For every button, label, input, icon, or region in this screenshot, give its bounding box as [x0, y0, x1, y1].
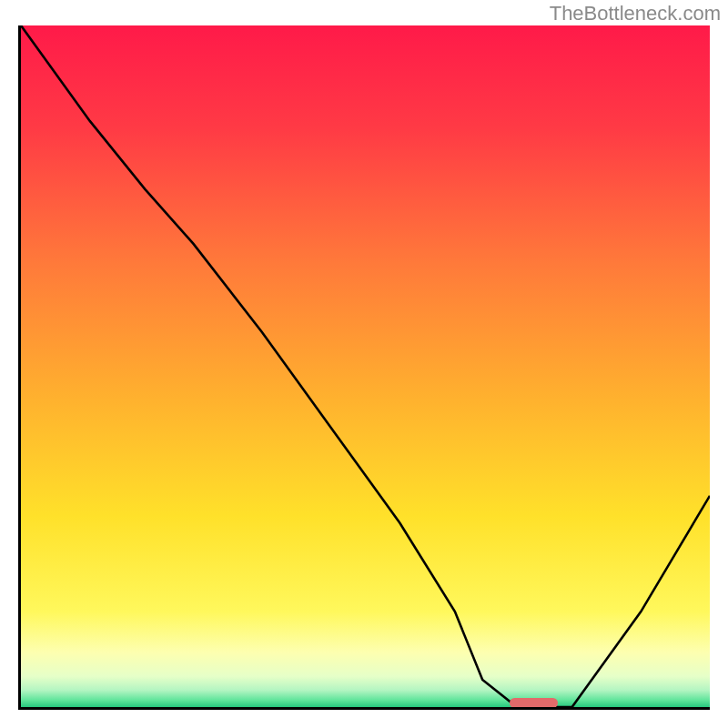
baseline-marker [510, 698, 558, 707]
curve-line [21, 25, 710, 707]
watermark-text: TheBottleneck.com [550, 2, 721, 25]
plot-area [21, 25, 710, 707]
